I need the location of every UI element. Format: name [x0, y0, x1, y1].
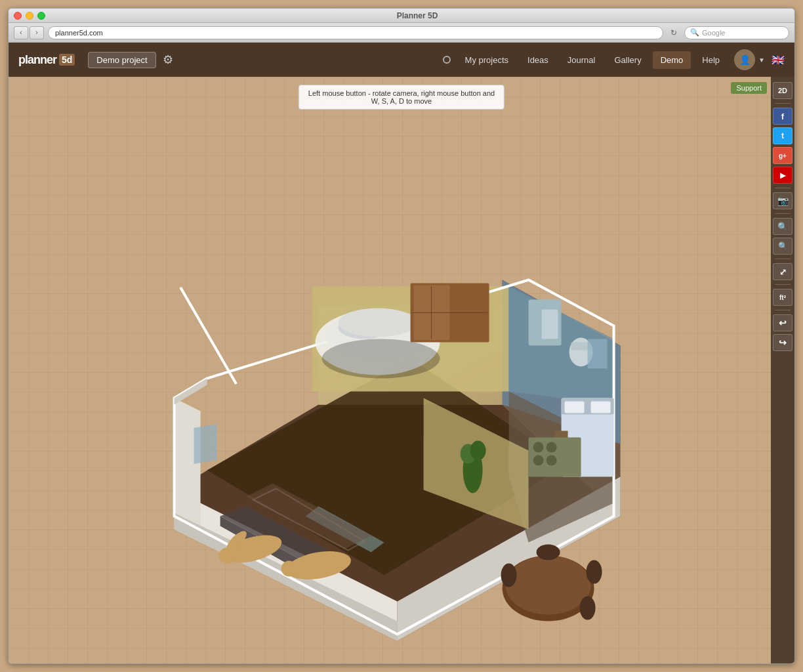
sidebar-separator-2: [775, 188, 791, 188]
sidebar-separator-3: [775, 213, 791, 214]
nav-ideas[interactable]: Ideas: [520, 51, 556, 69]
header-nav: My projects Ideas Journal Gallery Demo H…: [443, 49, 785, 70]
house-3d-view: [122, 149, 660, 641]
support-button[interactable]: Support: [731, 82, 767, 94]
search-icon: 🔍: [690, 28, 699, 37]
minimize-button[interactable]: [26, 12, 33, 20]
maximize-button[interactable]: [37, 12, 45, 20]
back-button[interactable]: ‹: [14, 26, 28, 39]
browser-title: Planner 5D: [45, 11, 789, 20]
search-placeholder: Google: [702, 29, 725, 37]
nav-help[interactable]: Help: [694, 51, 728, 69]
svg-point-56: [470, 441, 486, 461]
fullscreen-button[interactable]: ⤢: [773, 263, 793, 280]
browser-nav-buttons: ‹ ›: [14, 26, 44, 39]
svg-point-41: [506, 556, 591, 615]
address-bar[interactable]: planner5d.com: [48, 26, 663, 39]
svg-point-37: [546, 442, 557, 453]
svg-rect-33: [591, 402, 611, 413]
camera-button[interactable]: 📷: [773, 192, 793, 209]
forward-button[interactable]: ›: [30, 26, 44, 39]
svg-marker-59: [175, 379, 207, 405]
zoom-out-button[interactable]: 🔍: [773, 238, 793, 255]
language-flag[interactable]: 🇬🇧: [772, 54, 785, 66]
svg-point-43: [587, 560, 602, 584]
user-avatar[interactable]: 👤: [734, 49, 755, 70]
nav-journal[interactable]: Journal: [560, 51, 604, 69]
project-name[interactable]: Demo project: [88, 52, 155, 68]
svg-rect-15: [179, 287, 237, 385]
logo: planner 5d: [18, 53, 75, 67]
svg-point-36: [533, 442, 544, 453]
sidebar-separator-1: [775, 103, 791, 104]
units-button[interactable]: ft²: [773, 289, 793, 306]
2d-button[interactable]: 2D: [773, 82, 793, 99]
svg-rect-57: [194, 424, 217, 464]
browser-toolbar: ‹ › planner5d.com ↻ 🔍 Google: [9, 23, 794, 43]
header-indicator: [443, 56, 451, 64]
search-bar[interactable]: 🔍 Google: [684, 26, 789, 39]
sidebar-separator-6: [775, 310, 791, 310]
settings-icon[interactable]: ⚙: [163, 52, 173, 67]
address-text: planner5d.com: [55, 29, 103, 37]
svg-point-53: [281, 561, 297, 577]
sidebar-separator-4: [775, 259, 791, 259]
user-dropdown-icon[interactable]: ▼: [758, 56, 765, 64]
svg-point-39: [546, 455, 557, 466]
main-viewport[interactable]: Left mouse button - rotate camera, right…: [9, 77, 794, 663]
gplus-button[interactable]: g+: [773, 147, 793, 164]
tooltip: Left mouse button - rotate camera, right…: [299, 85, 504, 110]
undo-button[interactable]: ↩: [773, 314, 793, 331]
nav-gallery[interactable]: Gallery: [606, 51, 649, 69]
redo-button[interactable]: ↪: [773, 334, 793, 351]
svg-point-44: [580, 597, 596, 620]
nav-my-projects[interactable]: My projects: [457, 51, 516, 69]
logo-text: planner: [18, 53, 56, 67]
tooltip-line2: W, S, A, D to move: [308, 97, 495, 105]
app-content: planner 5d Demo project ⚙ My projects Id…: [9, 43, 794, 663]
svg-rect-58: [588, 339, 607, 369]
svg-point-38: [533, 455, 544, 466]
twitter-button[interactable]: t: [773, 127, 793, 144]
svg-rect-27: [542, 310, 558, 339]
right-sidebar: 2D f t g+ ▶ 📷 🔍 🔍 ⤢ ft² ↩ ↪: [771, 77, 794, 663]
app-header: planner 5d Demo project ⚙ My projects Id…: [9, 43, 794, 77]
browser-window-controls: [14, 12, 45, 20]
zoom-in-button[interactable]: 🔍: [773, 218, 793, 235]
svg-point-20: [322, 339, 440, 379]
browser-titlebar: Planner 5D: [9, 9, 794, 23]
logo-5d: 5d: [59, 54, 75, 66]
svg-point-45: [501, 564, 517, 587]
svg-point-42: [537, 545, 560, 560]
svg-rect-32: [565, 402, 585, 413]
sidebar-separator-5: [775, 284, 791, 285]
facebook-button[interactable]: f: [773, 108, 793, 125]
tooltip-line1: Left mouse button - rotate camera, right…: [308, 89, 495, 97]
close-button[interactable]: [14, 12, 22, 20]
nav-demo[interactable]: Demo: [653, 51, 691, 69]
svg-point-19: [339, 308, 417, 337]
reload-button[interactable]: ↻: [667, 26, 680, 39]
browser-window: Planner 5D ‹ › planner5d.com ↻ 🔍 Google …: [8, 8, 795, 664]
youtube-button[interactable]: ▶: [773, 167, 793, 184]
